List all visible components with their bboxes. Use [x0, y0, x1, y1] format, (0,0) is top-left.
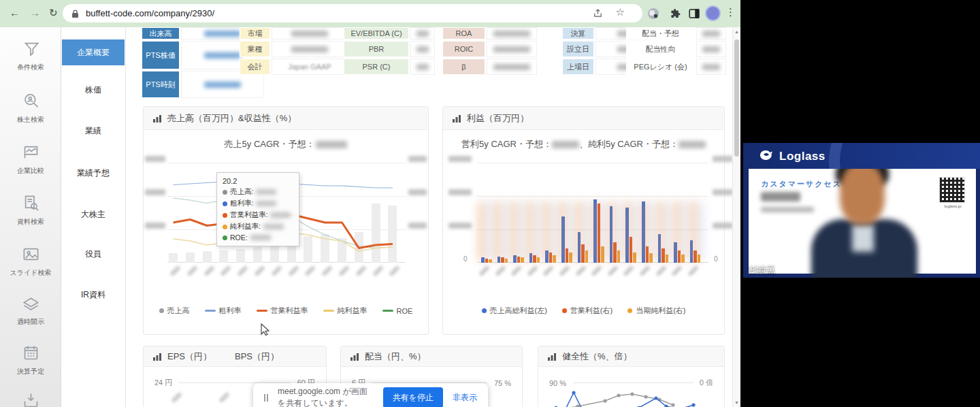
sidebar-item-document-search[interactable]: 資料検索	[0, 194, 61, 227]
tooltip-series-label: 粗利率:	[230, 199, 253, 208]
sidebar-item-label: 適時開示	[0, 317, 61, 327]
subnav-item-6[interactable]: 役員	[62, 246, 125, 262]
x-axis-label-blurred	[543, 265, 554, 276]
x-axis-label-blurred	[672, 265, 683, 276]
subnav-item-7[interactable]: IR資料	[62, 287, 125, 303]
card-title: BPS（円）	[235, 351, 279, 363]
document-search-icon	[22, 203, 40, 214]
legend-label: ROE	[397, 307, 413, 315]
x-axis-label-blurred	[687, 265, 698, 276]
earnings-calendar-icon	[22, 353, 40, 364]
tooltip-series-dot	[223, 235, 227, 240]
subnav-item-1[interactable]: 企業概要	[62, 39, 125, 65]
sidebar-item-timely-disclosure[interactable]: 適時開示	[0, 294, 61, 327]
reload-icon[interactable]: ↻	[49, 6, 58, 20]
bar-chart-icon	[350, 353, 359, 361]
blurred-value	[204, 31, 241, 37]
mini-x-label-blurred	[218, 392, 229, 403]
side-panel-icon[interactable]	[686, 5, 702, 22]
subnav-item-5[interactable]: 大株主	[62, 206, 125, 223]
card-header: 配当（円、%）	[341, 346, 522, 367]
main-content: 出来高PTS株価PTS時刻市場業種会計Japan GAAPEV/EBITDA (…	[126, 27, 732, 407]
stop-sharing-button[interactable]: 共有を停止	[383, 387, 443, 407]
legend-dot-icon	[482, 308, 487, 313]
metric-value-market-2	[272, 41, 348, 57]
bar-chart-icon	[153, 353, 162, 361]
subnav-item-2[interactable]: 株価	[62, 82, 125, 98]
share-icon[interactable]	[593, 8, 603, 21]
extensions-puzzle-icon[interactable]	[667, 5, 683, 22]
legend-item: 粗利率	[205, 306, 242, 316]
card-header: 健全性（%、倍）	[538, 346, 724, 367]
company-subnav: 企業概要株価業績業績予想大株主役員IR資料	[61, 27, 126, 407]
x-axis-label-blurred	[655, 265, 666, 276]
legend-dot-icon	[627, 308, 632, 313]
sidebar-item-shareholder-search[interactable]: 株主検索	[0, 92, 61, 125]
legend-label: 売上高	[167, 306, 190, 316]
blurred-cagr-value	[316, 141, 347, 148]
legend-line-icon	[257, 310, 267, 312]
profile-avatar[interactable]	[705, 5, 721, 21]
metric-label-company-dates-2: 設立日	[562, 41, 594, 57]
card-title: 配当（円、%）	[365, 351, 426, 363]
sidebar-item-download-tray[interactable]	[0, 391, 61, 407]
tooltip-series-dot	[223, 190, 227, 195]
x-axis-label-blurred	[607, 265, 618, 276]
tooltip-value-blurred	[250, 235, 271, 240]
hide-banner-link[interactable]: 非表示	[453, 392, 477, 404]
card-title: EPS（円）	[167, 351, 212, 363]
scroll-up-icon[interactable]: ▲	[733, 29, 740, 34]
chart-tooltip: 20.2売上高:粗利率:営業利益率:純利益率:ROE:	[216, 172, 299, 246]
timely-disclosure-icon	[22, 303, 40, 314]
chart-subtitle: 営利5y CAGR・予想：、純利5y CAGR・予想：	[443, 138, 724, 150]
scrollbar-thumb[interactable]	[734, 39, 739, 157]
meet-share-banner[interactable]: meet.google.com が画面を共有しています。共有を停止非表示	[253, 383, 488, 407]
sidebar-item-slide-search[interactable]: スライド検索	[0, 245, 61, 278]
metric-value-profitability-1	[487, 27, 537, 39]
qr-caption: loglass.jp	[939, 204, 966, 208]
sidebar-item-earnings-calendar[interactable]: 決算予定	[0, 344, 61, 376]
metric-label-profitability-2: ROIC	[442, 41, 485, 57]
subnav-item-4[interactable]: 業績予想	[62, 165, 125, 181]
x-axis-label-blurred	[355, 265, 366, 276]
bookmark-star-icon[interactable]: ☆	[616, 6, 625, 18]
tooltip-row: 営業利益率:	[223, 210, 293, 220]
menu-dots-icon[interactable]: ⋮	[725, 6, 736, 18]
sidebar-item-label: 資料検索	[0, 217, 61, 227]
gridline	[477, 163, 708, 163]
metric-label-pts-2: PTS株価	[142, 41, 180, 69]
chart-legend: 売上高総利益(左)営業利益(右)当期純利益(右)	[443, 306, 724, 316]
x-axis-label-blurred	[575, 265, 586, 276]
blurred-value	[702, 46, 720, 52]
extension-badge-icon[interactable]	[645, 5, 662, 22]
subnav-item-3[interactable]: 業績	[62, 123, 125, 139]
blurred-value	[291, 31, 328, 37]
sidebar-item-company-compare[interactable]: 企業比較	[0, 143, 61, 176]
scroll-down-icon[interactable]: ▼	[733, 400, 740, 405]
tooltip-period: 20.2	[223, 177, 293, 185]
sidebar-item-funnel[interactable]: 条件検索	[0, 39, 61, 72]
metric-label-dividend-3: PEGレシオ (会)	[626, 59, 695, 75]
card-header: 利益（百万円）	[443, 107, 724, 130]
mouse-cursor	[261, 323, 270, 338]
back-icon[interactable]: ←	[10, 6, 20, 20]
tooltip-series-label: 純利益率:	[230, 222, 261, 231]
blurred-value	[493, 64, 530, 70]
tooltip-value-blurred	[263, 224, 284, 229]
tooltip-series-dot	[223, 213, 227, 218]
mini-axis-row: 90 %0 倍	[549, 378, 713, 388]
page-scrollbar[interactable]: ▲ ▼	[732, 27, 740, 407]
chart-subtitle: 売上5y CAGR・予想：	[144, 138, 428, 150]
forward-icon[interactable]: →	[30, 6, 40, 20]
metric-value-pts-3	[181, 71, 264, 98]
y-axis-zero-right: 0	[714, 255, 718, 263]
metric-label-pts-1: 出来高	[142, 27, 180, 39]
tooltip-row: 純利益率:	[223, 222, 293, 231]
gridline	[477, 196, 708, 197]
bar-chart-icon	[153, 114, 162, 123]
address-bar[interactable]: buffett-code.com/company/2930/ ☆	[63, 4, 642, 22]
tooltip-series-label: 売上高:	[230, 187, 253, 197]
tooltip-series-label: 営業利益率:	[230, 210, 267, 220]
participant-video[interactable]: カスタマーサクセス loglass.jp Loglass 杉崎薫	[743, 143, 980, 278]
x-axis-label-blurred	[322, 265, 333, 276]
